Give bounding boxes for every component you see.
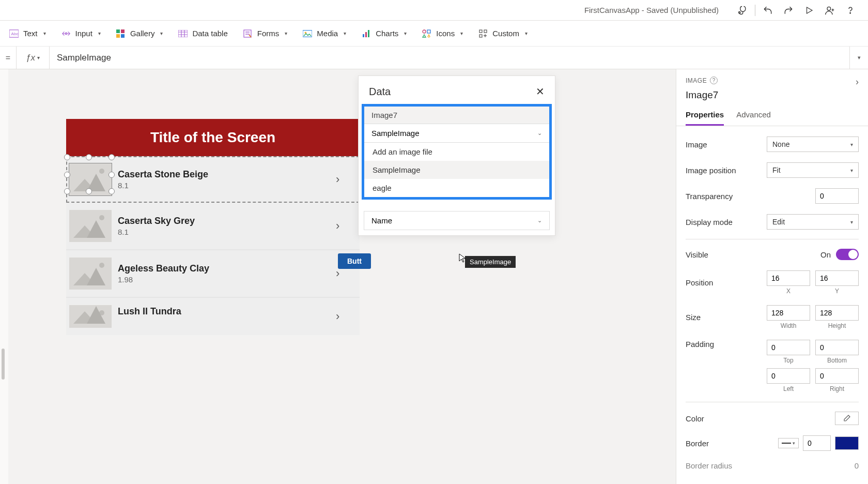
tab-properties[interactable]: Properties <box>686 106 724 126</box>
svg-rect-19 <box>427 30 430 33</box>
custom-icon <box>478 29 488 38</box>
data-option-sample[interactable]: SampleImage <box>364 161 549 179</box>
prop-border-label: Border <box>686 439 778 448</box>
formula-input[interactable] <box>50 47 849 69</box>
prop-position-label: Position <box>686 278 767 287</box>
help-icon[interactable] <box>840 0 861 21</box>
image-placeholder-icon <box>69 305 112 328</box>
ribbon-charts[interactable]: Charts▾ <box>362 29 407 38</box>
chevron-right-icon[interactable]: › <box>336 310 350 323</box>
charts-icon <box>362 29 371 38</box>
ribbon-input[interactable]: Input▾ <box>61 29 101 38</box>
prop-pad-bottom[interactable] <box>815 340 859 355</box>
prop-imagepos-label: Image position <box>686 166 767 175</box>
item-sub: 8.1 <box>118 228 336 236</box>
separator <box>755 5 755 16</box>
image-placeholder-icon <box>69 210 112 242</box>
fx-dropdown[interactable]: ƒx▾ <box>17 47 50 69</box>
prop-size-label: Size <box>686 313 767 322</box>
share-icon[interactable] <box>819 0 840 21</box>
chevron-down-icon: ▾ <box>43 31 46 36</box>
chevron-right-icon[interactable]: › <box>336 173 350 186</box>
svg-rect-10 <box>121 34 125 38</box>
health-icon[interactable] <box>732 0 753 21</box>
prop-size-h[interactable] <box>815 305 859 321</box>
rail-handle[interactable] <box>2 349 5 380</box>
prop-transparency-label: Transparency <box>686 192 815 201</box>
ribbon-media[interactable]: Media▾ <box>303 29 346 38</box>
panel-expand-icon[interactable]: › <box>856 77 859 87</box>
svg-rect-22 <box>479 35 482 37</box>
chevron-down-icon: ▾ <box>285 31 287 36</box>
ribbon-datatable[interactable]: Data table <box>178 29 227 38</box>
undo-icon[interactable] <box>757 0 778 21</box>
gallery-item[interactable]: Ageless Beauty Clay1.98 › <box>66 250 360 298</box>
play-icon[interactable] <box>799 0 819 21</box>
data-panel-title: Data <box>369 86 391 98</box>
canvas-area[interactable]: Title of the Screen Caserta Stone Beige … <box>8 69 676 484</box>
svg-rect-21 <box>484 30 487 33</box>
prop-borderradius-label: Border radius <box>686 461 855 470</box>
gallery-item-selected[interactable]: Caserta Stone Beige 8.1 › <box>66 156 360 203</box>
close-icon[interactable]: ✕ <box>536 85 545 98</box>
svg-rect-11 <box>178 30 188 37</box>
canvas-button[interactable]: Butt <box>338 253 371 269</box>
data-image-label: Image7 <box>364 107 549 124</box>
prop-pad-left[interactable] <box>767 368 810 384</box>
forms-icon <box>243 29 253 38</box>
formula-expand-icon[interactable]: ▾ <box>849 47 868 69</box>
chevron-down-icon: ▾ <box>404 31 407 36</box>
image-placeholder-icon <box>69 258 112 290</box>
help-icon[interactable]: ? <box>710 77 718 84</box>
prop-color-swatch[interactable] <box>835 412 859 425</box>
input-icon <box>61 29 71 38</box>
prop-displaymode-select[interactable]: Edit▾ <box>767 214 859 230</box>
properties-panel: IMAGE? › Image7 Properties Advanced Imag… <box>676 69 868 484</box>
redo-icon[interactable] <box>778 0 799 21</box>
media-icon <box>303 29 312 38</box>
prop-imagepos-select[interactable]: Fit▾ <box>767 162 859 178</box>
ribbon-gallery[interactable]: Gallery▾ <box>116 29 163 38</box>
svg-point-3 <box>850 12 851 13</box>
data-name-select[interactable]: Name⌄ <box>364 211 550 230</box>
prop-pad-top[interactable] <box>767 340 810 355</box>
svg-text:Abc: Abc <box>11 31 19 36</box>
prop-pos-y[interactable] <box>815 270 859 286</box>
item-sub: 8.1 <box>118 181 336 190</box>
gallery-item[interactable]: Caserta Sky Grey8.1 › <box>66 203 360 250</box>
equals-label: = <box>0 47 17 69</box>
control-name: Image7 <box>676 89 868 106</box>
prop-border-width[interactable] <box>803 435 831 451</box>
prop-border-style[interactable]: ▾ <box>778 438 799 448</box>
svg-rect-17 <box>368 30 369 37</box>
ribbon-icons[interactable]: Icons▾ <box>422 29 463 38</box>
titlebar: FirstCanvasApp - Saved (Unpublished) <box>0 0 868 21</box>
screen-title: Title of the Screen <box>66 119 360 156</box>
prop-pad-right[interactable] <box>815 368 859 384</box>
ribbon-forms[interactable]: Forms▾ <box>243 29 288 38</box>
svg-rect-7 <box>116 29 120 33</box>
canvas-screen[interactable]: Title of the Screen Caserta Stone Beige … <box>66 119 360 335</box>
data-option-add[interactable]: Add an image file <box>364 143 549 161</box>
chevron-right-icon[interactable]: › <box>336 219 350 233</box>
text-icon: Abc <box>9 29 19 38</box>
ribbon-text[interactable]: Abc Text▾ <box>9 29 46 38</box>
prop-transparency-input[interactable] <box>815 188 859 204</box>
datatable-icon <box>178 29 188 38</box>
prop-displaymode-label: Display mode <box>686 218 767 226</box>
left-rail[interactable] <box>0 69 8 484</box>
prop-visible-toggle[interactable]: On <box>820 249 859 260</box>
prop-size-w[interactable] <box>767 305 810 321</box>
prop-border-color[interactable] <box>835 436 859 450</box>
gallery-item[interactable]: Lush II Tundra2.79 › <box>66 298 360 335</box>
item-name: Lush II Tundra <box>118 306 336 317</box>
prop-pos-x[interactable] <box>767 270 810 286</box>
data-option-eagle[interactable]: eagle <box>364 179 549 197</box>
prop-color-label: Color <box>686 414 835 423</box>
chevron-down-icon: ▾ <box>460 31 463 36</box>
tab-advanced[interactable]: Advanced <box>736 106 771 126</box>
data-image-select[interactable]: SampleImage⌄ <box>364 124 549 143</box>
prop-image-select[interactable]: None▾ <box>767 137 859 152</box>
svg-point-2 <box>827 7 831 10</box>
ribbon-custom[interactable]: Custom▾ <box>478 29 528 38</box>
